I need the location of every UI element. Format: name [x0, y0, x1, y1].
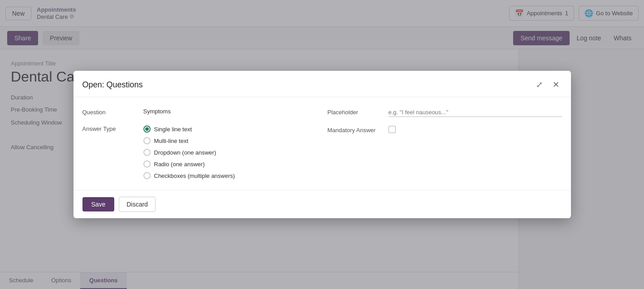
modal-title: Open: Questions — [82, 80, 143, 90]
modal-header: Open: Questions ⤢ ✕ — [73, 71, 571, 97]
modal-header-actions: ⤢ ✕ — [533, 79, 562, 91]
answer-type-dropdown-label: Dropdown (one answer) — [154, 149, 216, 156]
mandatory-checkbox-group — [389, 126, 396, 133]
answer-type-single-line[interactable]: Single line text — [143, 125, 235, 133]
modal-overlay: Open: Questions ⤢ ✕ Question Symptoms An… — [0, 0, 644, 289]
placeholder-field-group: Placeholder — [328, 108, 562, 117]
question-field-label: Question — [82, 108, 136, 116]
modal-close-button[interactable]: ✕ — [550, 79, 562, 91]
answer-type-radio[interactable]: Radio (one answer) — [143, 160, 235, 168]
mandatory-field-group: Mandatory Answer — [328, 126, 562, 134]
answer-type-single-line-label: Single line text — [154, 126, 192, 133]
answer-type-dropdown[interactable]: Dropdown (one answer) — [143, 149, 235, 156]
answer-type-multi-line-label: Multi-line text — [154, 138, 189, 144]
answer-type-options: Single line text Multi-line text Dropdow… — [143, 125, 235, 179]
modal-left: Question Symptoms Answer Type Single lin… — [82, 108, 317, 179]
radio-dropdown-icon — [143, 149, 151, 156]
radio-multi-line-icon — [143, 137, 151, 144]
placeholder-field-label: Placeholder — [328, 108, 381, 116]
mandatory-field-label: Mandatory Answer — [328, 126, 381, 134]
question-field-value[interactable]: Symptoms — [143, 108, 317, 115]
modal-body: Question Symptoms Answer Type Single lin… — [73, 97, 571, 190]
modal-expand-button[interactable]: ⤢ — [533, 79, 545, 91]
modal-right: Placeholder Mandatory Answer — [328, 108, 562, 179]
answer-type-checkboxes-label: Checkboxes (multiple answers) — [154, 173, 235, 179]
radio-single-line-icon — [143, 125, 151, 133]
radio-radio-icon — [143, 160, 151, 168]
mandatory-checkbox[interactable] — [389, 126, 396, 133]
placeholder-input[interactable] — [389, 108, 562, 117]
answer-type-multi-line[interactable]: Multi-line text — [143, 137, 235, 144]
answer-type-label: Answer Type — [82, 125, 136, 132]
answer-type-field-group: Answer Type Single line text Multi-line … — [82, 125, 317, 179]
radio-checkboxes-icon — [143, 172, 151, 179]
question-field-group: Question Symptoms — [82, 108, 317, 116]
modal-questions: Open: Questions ⤢ ✕ Question Symptoms An… — [73, 71, 571, 218]
save-button[interactable]: Save — [82, 197, 115, 211]
answer-type-radio-label: Radio (one answer) — [154, 161, 205, 168]
modal-footer: Save Discard — [73, 190, 571, 218]
answer-type-checkboxes[interactable]: Checkboxes (multiple answers) — [143, 172, 235, 179]
discard-button[interactable]: Discard — [119, 197, 155, 212]
